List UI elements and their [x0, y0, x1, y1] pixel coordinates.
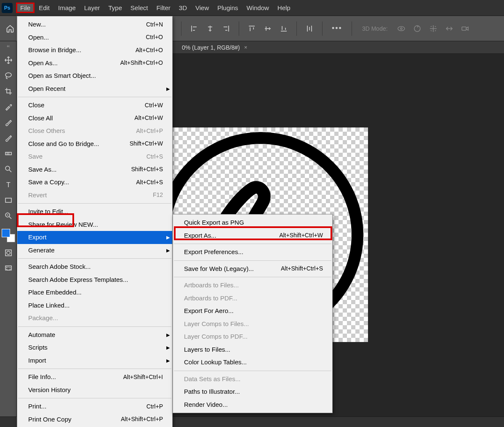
rectangle-tool[interactable]	[2, 194, 15, 207]
submenu-arrow-icon: ▶	[166, 357, 170, 364]
file-menu-item-shortcut: Ctrl+O	[146, 33, 163, 42]
menu-image[interactable]: Image	[54, 3, 80, 13]
export-menu-item-paths-to-illustrator[interactable]: Paths to Illustrator...	[173, 385, 332, 398]
file-menu-item-version-history[interactable]: Version History	[17, 384, 172, 397]
file-menu-item-save-a-copy[interactable]: Save a Copy...Alt+Ctrl+S	[17, 176, 172, 189]
file-menu-item-invite-to-edit[interactable]: Invite to Edit...	[17, 205, 172, 218]
file-menu-item-place-embedded[interactable]: Place Embedded...	[17, 286, 172, 299]
menu-type[interactable]: Type	[104, 3, 126, 13]
file-menu-item-label: Automate	[28, 330, 163, 340]
slide-camera-icon[interactable]	[444, 23, 455, 34]
export-menu-item-quick-export-as-png[interactable]: Quick Export as PNG	[173, 216, 332, 229]
export-menu-item-export-preferences[interactable]: Export Preferences...	[173, 246, 332, 259]
menu-select[interactable]: Select	[126, 3, 152, 13]
menu-3d[interactable]: 3D	[175, 3, 191, 13]
file-menu-item-label: Place Linked...	[28, 301, 163, 310]
type-tool[interactable]: T	[2, 178, 15, 191]
menu-help[interactable]: Help	[273, 3, 295, 13]
svg-point-29	[5, 166, 10, 170]
screen-mode-tool[interactable]	[2, 262, 15, 275]
home-button[interactable]	[3, 22, 17, 35]
file-menu-item-search-adobe-express-templates[interactable]: Search Adobe Express Templates...	[17, 273, 172, 286]
file-menu-item-search-adobe-stock[interactable]: Search Adobe Stock...	[17, 260, 172, 273]
align-right-edges-icon[interactable]	[221, 23, 232, 34]
menu-edit[interactable]: Edit	[35, 3, 54, 13]
export-menu-item-label: Layers to Files...	[184, 345, 323, 355]
export-menu-item-export-for-aero[interactable]: Export For Aero...	[173, 305, 332, 318]
crop-tool[interactable]	[2, 85, 15, 98]
file-menu-item-shortcut: Shift+Ctrl+S	[131, 165, 163, 174]
file-menu-item-scripts[interactable]: Scripts▶	[17, 341, 172, 354]
file-menu-item-label: Open...	[28, 33, 146, 42]
file-menu-item-open[interactable]: Open...Ctrl+O	[17, 31, 172, 44]
more-options-icon[interactable]: •••	[332, 24, 342, 33]
pan-camera-icon[interactable]	[428, 23, 439, 34]
quick-mask-tool[interactable]	[2, 246, 15, 260]
roll-camera-icon[interactable]	[412, 23, 423, 34]
dodge-tool[interactable]	[2, 162, 15, 176]
file-menu-item-close[interactable]: CloseCtrl+W	[17, 99, 172, 112]
file-menu-item-open-as-smart-object[interactable]: Open as Smart Object...	[17, 69, 172, 82]
file-menu-item-close-and-go-to-bridge[interactable]: Close and Go to Bridge...Shift+Ctrl+W	[17, 138, 172, 151]
close-tab-icon[interactable]: ×	[244, 44, 248, 50]
eyedropper-tool[interactable]	[2, 100, 15, 114]
file-menu-item-share-for-review-new[interactable]: Share for Review NEW...	[17, 218, 172, 231]
align-hcenter-icon[interactable]	[205, 23, 216, 34]
file-menu-item-browse-in-bridge[interactable]: Browse in Bridge...Alt+Ctrl+O	[17, 44, 172, 57]
menu-view[interactable]: View	[191, 3, 213, 13]
menu-plugins[interactable]: Plugins	[213, 3, 242, 13]
menu-file[interactable]: File	[16, 3, 35, 13]
orbit-camera-icon[interactable]	[396, 23, 407, 34]
file-menu-item-place-linked[interactable]: Place Linked...	[17, 299, 172, 312]
file-menu-item-new[interactable]: New...Ctrl+N	[17, 18, 172, 31]
toolbox-collapse-icon[interactable]: ‹‹	[2, 44, 15, 50]
svg-rect-35	[5, 266, 11, 270]
file-menu-item-file-info[interactable]: File Info...Alt+Shift+Ctrl+I	[17, 371, 172, 384]
file-menu-item-open-recent[interactable]: Open Recent▶	[17, 82, 172, 95]
file-menu-item-label: Search Adobe Stock...	[28, 262, 163, 272]
distribute-icon[interactable]	[304, 23, 315, 34]
export-menu-item-layers-to-files[interactable]: Layers to Files...	[173, 343, 332, 356]
file-menu-item-save-as[interactable]: Save As...Shift+Ctrl+S	[17, 163, 172, 176]
document-tab[interactable]: 0% (Layer 1, RGB/8#) ×	[177, 41, 252, 53]
brush-tool[interactable]	[2, 116, 15, 129]
export-menu-item-save-for-web-legacy[interactable]: Save for Web (Legacy)...Alt+Shift+Ctrl+S	[173, 263, 332, 276]
lasso-tool[interactable]	[2, 69, 15, 82]
file-menu-item-export[interactable]: Export▶	[17, 231, 172, 244]
export-menu-item-artboards-to-files: Artboards to Files...	[173, 279, 332, 292]
move-tool[interactable]	[2, 53, 15, 67]
color-swatches[interactable]	[2, 229, 15, 242]
svg-point-23	[414, 26, 420, 32]
file-menu-item-print-one-copy[interactable]: Print One CopyAlt+Shift+Ctrl+P	[17, 413, 172, 426]
export-menu-item-label: Artboards to PDF...	[184, 294, 323, 303]
file-menu-item-import[interactable]: Import▶	[17, 354, 172, 367]
zoom-tool[interactable]	[2, 209, 15, 223]
file-menu-item-label: Invite to Edit...	[28, 207, 163, 217]
export-menu-item-render-video[interactable]: Render Video...	[173, 398, 332, 411]
zoom-camera-icon[interactable]	[460, 23, 471, 34]
export-menu-item-export-as[interactable]: Export As...Alt+Shift+Ctrl+W	[173, 229, 332, 242]
file-menu-item-print[interactable]: Print...Ctrl+P	[17, 400, 172, 413]
file-menu-item-separator	[18, 203, 171, 204]
align-top-edges-icon[interactable]	[246, 23, 257, 34]
file-menu-item-generate[interactable]: Generate▶	[17, 244, 172, 257]
align-vcenter-icon[interactable]	[262, 23, 273, 34]
file-menu-item-close-all[interactable]: Close AllAlt+Ctrl+W	[17, 112, 172, 125]
foreground-color-swatch[interactable]	[2, 229, 10, 237]
file-menu-item-automate[interactable]: Automate▶	[17, 329, 172, 342]
export-menu-item-label: Data Sets as Files...	[184, 374, 323, 384]
file-menu-item-open-as[interactable]: Open As...Alt+Shift+Ctrl+O	[17, 57, 172, 70]
file-menu-item-shortcut: Alt+Ctrl+O	[136, 46, 163, 55]
file-menu-item-separator	[18, 398, 171, 398]
gradient-tool[interactable]	[2, 147, 15, 160]
align-left-edges-icon[interactable]	[189, 23, 200, 34]
menu-filter[interactable]: Filter	[152, 3, 175, 13]
menu-window[interactable]: Window	[242, 3, 273, 13]
export-menu-item-color-lookup-tables[interactable]: Color Lookup Tables...	[173, 356, 332, 369]
file-menu-item-save: SaveCtrl+S	[17, 150, 172, 163]
svg-rect-26	[5, 152, 11, 155]
align-bottom-edges-icon[interactable]	[278, 23, 289, 34]
export-menu-item-separator	[174, 371, 331, 371]
history-brush-tool[interactable]	[2, 131, 15, 145]
menu-layer[interactable]: Layer	[80, 3, 104, 13]
